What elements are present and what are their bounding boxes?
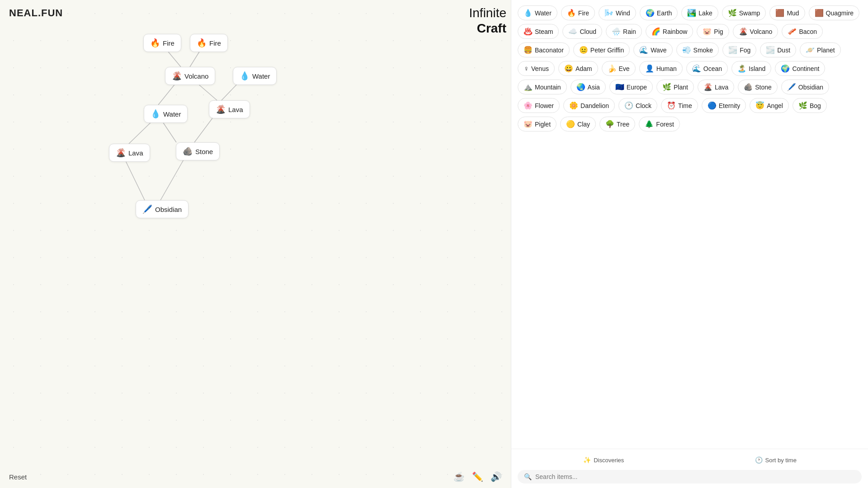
sidebar-item-eternity[interactable]: 🔵Eternity <box>702 98 746 113</box>
item-emoji: 🪐 <box>806 46 815 54</box>
sidebar-item-rainbow[interactable]: 🌈Rainbow <box>646 24 693 39</box>
canvas-node-obsidian[interactable]: 🖊️Obsidian <box>136 200 189 218</box>
node-label: Fire <box>209 39 221 47</box>
node-label: Fire <box>163 39 175 47</box>
item-label: Lava <box>715 84 728 91</box>
canvas-node-lava[interactable]: 🌋Lava <box>109 144 150 162</box>
canvas-node-fire[interactable]: 🔥Fire <box>143 34 181 52</box>
sidebar-item-volcano[interactable]: 🌋Volcano <box>733 24 778 39</box>
item-emoji: 🖊️ <box>787 83 796 91</box>
brush-icon[interactable]: ✏️ <box>472 471 483 482</box>
item-emoji: 🔵 <box>708 101 717 110</box>
sidebar-item-bacon[interactable]: 🥓Bacon <box>782 24 823 39</box>
sidebar-item-ocean[interactable]: 🌊Ocean <box>686 61 728 76</box>
sidebar-item-asia[interactable]: 🌏Asia <box>571 80 606 94</box>
node-label: Volcano <box>184 72 208 80</box>
sidebar-item-lava[interactable]: 🌋Lava <box>698 80 734 94</box>
sidebar-item-earth[interactable]: 🌍Earth <box>640 5 678 20</box>
sidebar-item-water[interactable]: 💧Water <box>518 5 557 20</box>
sidebar-item-continent[interactable]: 🌍Continent <box>775 61 825 76</box>
sidebar-item-venus[interactable]: ♀️Venus <box>518 61 555 76</box>
sidebar-item-planet[interactable]: 🪐Planet <box>800 42 841 57</box>
sidebar-item-island[interactable]: 🏝️Island <box>731 61 771 76</box>
item-label: Europe <box>627 84 647 91</box>
canvas-node-volcano[interactable]: 🌋Volcano <box>165 67 215 85</box>
sidebar-item-eve[interactable]: 🍌Eve <box>602 61 636 76</box>
item-emoji: ⛰️ <box>524 83 533 91</box>
sidebar-item-mountain[interactable]: ⛰️Mountain <box>518 80 567 94</box>
sidebar-item-time[interactable]: ⏰Time <box>661 98 698 113</box>
sidebar-item-wave[interactable]: 🌊Wave <box>633 42 672 57</box>
sidebar-item-clock[interactable]: 🕐Clock <box>618 98 657 113</box>
sidebar-item-bog[interactable]: 🌿Bog <box>793 98 827 113</box>
sidebar-item-lake[interactable]: 🏞️Lake <box>681 5 718 20</box>
sidebar-item-cloud[interactable]: ☁️Cloud <box>562 24 602 39</box>
item-emoji: 🟫 <box>775 9 784 17</box>
item-label: Bacon <box>799 28 817 35</box>
node-label: Water <box>163 110 181 118</box>
canvas-node-water[interactable]: 💧Water <box>144 105 188 123</box>
sidebar-item-fire[interactable]: 🔥Fire <box>561 5 595 20</box>
search-input[interactable] <box>535 473 855 480</box>
item-label: Adam <box>576 65 592 72</box>
item-label: Stone <box>755 84 772 91</box>
sidebar-item-europe[interactable]: 🇪🇺Europe <box>609 80 653 94</box>
sidebar-item-steam[interactable]: ♨️Steam <box>518 24 559 39</box>
item-emoji: 🌿 <box>798 101 807 110</box>
sidebar-item-rain[interactable]: 🌧️Rain <box>606 24 642 39</box>
sidebar-item-tree[interactable]: 🌳Tree <box>599 117 635 131</box>
sidebar-item-mud[interactable]: 🟫Mud <box>769 5 805 20</box>
sidebar-item-quagmire[interactable]: 🟫Quagmire <box>809 5 859 20</box>
item-label: Earth <box>657 9 672 17</box>
sort-tab[interactable]: 🕐 Sort by time <box>690 454 862 466</box>
discoveries-label: Discoveries <box>594 457 624 464</box>
item-label: Piglet <box>535 121 551 128</box>
sidebar-item-plant[interactable]: 🌿Plant <box>656 80 694 94</box>
node-emoji: 🌋 <box>172 71 182 81</box>
node-label: Stone <box>195 148 213 155</box>
sidebar-item-dandelion[interactable]: 🌼Dandelion <box>563 98 615 113</box>
item-emoji: 🟡 <box>566 120 575 128</box>
canvas-node-fire[interactable]: 🔥Fire <box>190 34 228 52</box>
item-label: Human <box>656 65 677 72</box>
sidebar-item-baconator[interactable]: 🍔Baconator <box>518 42 570 57</box>
item-emoji: 🌫️ <box>766 46 775 54</box>
sidebar-item-angel[interactable]: 😇Angel <box>750 98 789 113</box>
sidebar-item-fog[interactable]: 🌫️Fog <box>722 42 756 57</box>
sidebar-item-smoke[interactable]: 💨Smoke <box>676 42 719 57</box>
coffee-icon[interactable]: ☕ <box>453 471 465 482</box>
item-label: Flower <box>535 102 554 109</box>
item-label: Fog <box>740 47 750 54</box>
sidebar-item-forest[interactable]: 🌲Forest <box>639 117 680 131</box>
canvas-node-lava[interactable]: 🌋Lava <box>209 100 250 118</box>
node-label: Water <box>252 72 270 80</box>
item-label: Obsidian <box>798 84 823 91</box>
sidebar-item-obsidian[interactable]: 🖊️Obsidian <box>781 80 829 94</box>
sidebar-item-wind[interactable]: 🌬️Wind <box>599 5 636 20</box>
volume-icon[interactable]: 🔊 <box>491 471 502 482</box>
logo: NEAL.FUN <box>9 7 63 19</box>
sidebar-item-adam[interactable]: 😀Adam <box>558 61 598 76</box>
sidebar-item-pig[interactable]: 🐷Pig <box>697 24 729 39</box>
item-emoji: 🌍 <box>781 64 790 73</box>
item-label: Asia <box>588 84 600 91</box>
sidebar-item-swamp[interactable]: 🌿Swamp <box>722 5 766 20</box>
sidebar-item-peter-griffin[interactable]: 😐Peter Griffin <box>573 42 630 57</box>
sort-icon: 🕐 <box>755 456 763 464</box>
sidebar-item-stone[interactable]: 🪨Stone <box>738 80 778 94</box>
sidebar-item-human[interactable]: 👤Human <box>639 61 683 76</box>
sidebar-item-clay[interactable]: 🟡Clay <box>560 117 596 131</box>
item-emoji: 💧 <box>524 9 533 17</box>
discoveries-tab[interactable]: ✨ Discoveries <box>518 454 690 466</box>
canvas-node-water[interactable]: 💧Water <box>233 67 277 85</box>
item-label: Eve <box>619 65 630 72</box>
canvas-node-stone[interactable]: 🪨Stone <box>176 142 220 160</box>
item-emoji: 🏞️ <box>687 9 696 17</box>
sidebar-item-piglet[interactable]: 🐷Piglet <box>518 117 557 131</box>
item-label: Clock <box>636 102 651 109</box>
item-label: Time <box>678 102 692 109</box>
item-emoji: 🪨 <box>744 83 753 91</box>
sidebar-item-dust[interactable]: 🌫️Dust <box>760 42 796 57</box>
sidebar-item-flower[interactable]: 🌸Flower <box>518 98 560 113</box>
reset-button[interactable]: Reset <box>9 473 27 481</box>
